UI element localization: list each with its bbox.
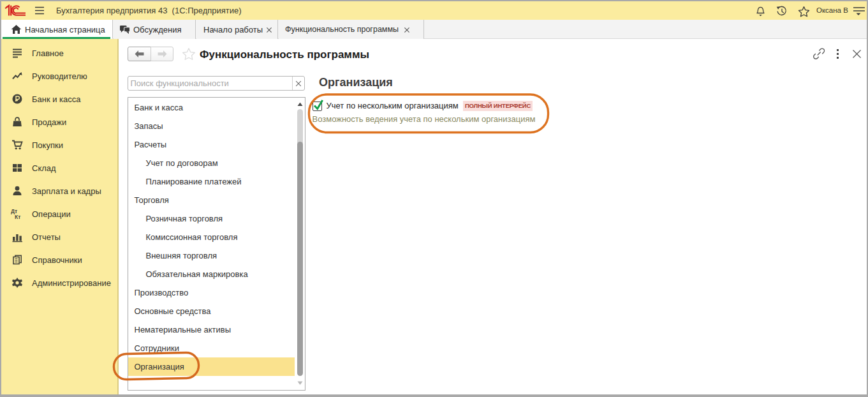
- svg-text:Кт: Кт: [15, 214, 20, 220]
